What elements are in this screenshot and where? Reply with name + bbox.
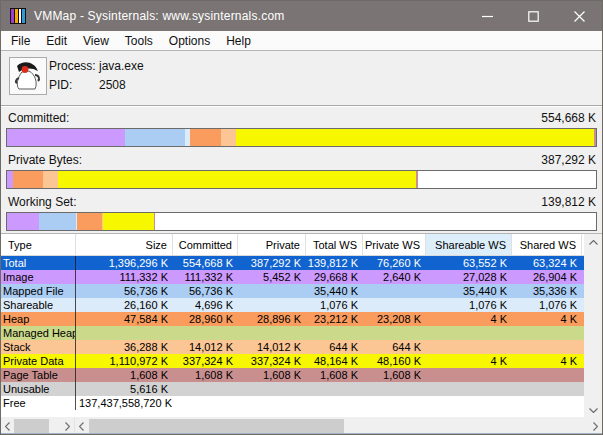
value-cell: 76,260 K [363, 256, 426, 270]
value-cell: 1,076 K [306, 298, 363, 312]
table-row-image[interactable]: Image111,332 K111,332 K5,452 K29,668 K2,… [1, 270, 602, 284]
hscroll-thumb-2[interactable] [89, 419, 344, 433]
hscroll-thumb-1[interactable] [14, 419, 49, 433]
column-header-total-ws[interactable]: Total WS [306, 234, 363, 255]
value-cell: 337,324 K [238, 354, 306, 368]
menu-view[interactable]: View [75, 32, 117, 50]
close-button[interactable] [556, 1, 602, 31]
value-cell: 35,336 K [512, 284, 582, 298]
value-cell: 337,324 K [173, 354, 238, 368]
column-header-size[interactable]: Size [76, 234, 173, 255]
value-cell [363, 382, 426, 396]
chevron-left-icon [79, 422, 84, 431]
maximize-button[interactable] [510, 1, 556, 31]
value-cell: 26,160 K [76, 298, 173, 312]
value-cell [76, 326, 173, 340]
menu-tools[interactable]: Tools [117, 32, 161, 50]
chevron-right-icon [593, 422, 598, 431]
vmmap-window: VMMap - Sysinternals: www.sysinternals.c… [0, 0, 603, 435]
value-cell: 29,668 K [306, 270, 363, 284]
value-cell: 56,736 K [173, 284, 238, 298]
table-row-free[interactable]: Free137,437,558,720 K [1, 396, 602, 410]
table-row-heap[interactable]: Heap47,584 K28,960 K28,896 K23,212 K23,2… [1, 312, 602, 326]
working-set-bar [6, 212, 597, 231]
type-cell: Heap [1, 312, 76, 326]
scroll-down-arrow[interactable] [584, 402, 602, 417]
table-row-managed-heap[interactable]: Managed Heap [1, 326, 602, 340]
window-bottom-edge [1, 433, 602, 434]
value-cell: 1,396,296 K [76, 256, 173, 270]
value-cell [426, 382, 512, 396]
column-header-committed[interactable]: Committed [173, 234, 238, 255]
menu-options[interactable]: Options [161, 32, 218, 50]
value-cell [363, 298, 426, 312]
bar-segment-private_data [103, 213, 154, 230]
value-cell: 1,608 K [173, 368, 238, 382]
horizontal-scrollbars [1, 418, 602, 434]
chevron-right-icon [65, 422, 70, 431]
table-row-shareable[interactable]: Shareable26,160 K4,696 K1,076 K1,076 K1,… [1, 298, 602, 312]
hscroll-right-arrow-2[interactable] [589, 418, 602, 434]
hscroll-left-arrow-1[interactable] [1, 418, 14, 434]
chevron-up-icon [589, 240, 598, 245]
value-cell: 36,288 K [76, 340, 173, 354]
value-cell: 47,584 K [76, 312, 173, 326]
hscroll-left-arrow-2[interactable] [75, 418, 88, 434]
java-process-icon [9, 57, 47, 95]
process-name: java.exe [99, 59, 144, 73]
type-column-scrollbar[interactable] [1, 418, 75, 434]
icon-bar-orange [15, 9, 18, 23]
value-cell: 5,452 K [238, 270, 306, 284]
column-header-type[interactable]: Type [1, 234, 76, 255]
value-cell: 139,812 K [306, 256, 363, 270]
bar-segment-heap [77, 213, 102, 230]
value-cell: 4 K [512, 354, 582, 368]
size-cell: 137,437,558,720 K [76, 396, 582, 410]
value-cell [512, 382, 582, 396]
table-row-page-table[interactable]: Page Table1,608 K1,608 K1,608 K1,608 K1,… [1, 368, 602, 382]
hscroll-right-arrow-1[interactable] [61, 418, 74, 434]
column-header-private-ws[interactable]: Private WS [363, 234, 426, 255]
icon-bar-blue [22, 9, 25, 23]
value-cell: 4 K [426, 354, 512, 368]
value-cell [363, 284, 426, 298]
value-cell: 48,164 K [306, 354, 363, 368]
bar-segment-private_data [236, 129, 594, 146]
value-cell [306, 382, 363, 396]
table-row-total[interactable]: Total1,396,296 K554,668 K387,292 K139,81… [1, 256, 602, 270]
memory-type-table: TypeSizeCommittedPrivateTotal WSPrivate … [1, 233, 602, 417]
menu-edit[interactable]: Edit [38, 32, 75, 50]
table-row-stack[interactable]: Stack36,288 K14,012 K14,012 K644 K644 K [1, 340, 602, 354]
table-horizontal-scrollbar[interactable] [75, 418, 602, 434]
process-info: Process: java.exe PID: 2508 [49, 56, 144, 94]
vmmap-app-icon [10, 8, 26, 24]
type-cell: Shareable [1, 298, 76, 312]
value-cell: 1,608 K [363, 368, 426, 382]
bar-segment-page_table [594, 129, 596, 146]
vertical-scrollbar[interactable] [584, 234, 602, 417]
type-cell: Private Data [1, 354, 76, 368]
column-header-private[interactable]: Private [238, 234, 306, 255]
table-row-unusable[interactable]: Unusable5,616 K [1, 382, 602, 396]
type-cell: Managed Heap [1, 326, 76, 340]
type-cell: Stack [1, 340, 76, 354]
maximize-icon [528, 11, 539, 22]
value-cell: 63,324 K [512, 256, 582, 270]
value-cell: 23,208 K [363, 312, 426, 326]
column-header-shared-ws[interactable]: Shared WS [512, 234, 582, 255]
value-cell: 1,076 K [512, 298, 582, 312]
value-cell [238, 382, 306, 396]
menu-file[interactable]: File [3, 32, 38, 50]
value-cell: 48,160 K [363, 354, 426, 368]
value-cell: 4 K [426, 312, 512, 326]
scroll-up-arrow[interactable] [584, 234, 602, 250]
value-cell [512, 326, 582, 340]
value-cell [306, 326, 363, 340]
caption-buttons [464, 1, 602, 31]
committed-value: 554,668 K [541, 111, 596, 125]
minimize-button[interactable] [464, 1, 510, 31]
column-header-shareable-ws[interactable]: Shareable WS [426, 234, 512, 255]
table-row-mapped-file[interactable]: Mapped File56,736 K56,736 K35,440 K35,44… [1, 284, 602, 298]
menu-help[interactable]: Help [218, 32, 259, 50]
table-row-private-data[interactable]: Private Data1,110,972 K337,324 K337,324 … [1, 354, 602, 368]
